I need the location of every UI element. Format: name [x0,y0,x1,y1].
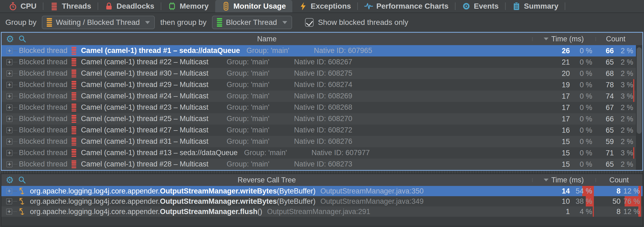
tab-memory[interactable]: Memory [161,0,215,12]
method-args: (ByteBuffer) [277,197,316,206]
chevron-down-icon [145,21,150,24]
cell-percent: 0 % [570,159,595,170]
tab-threads[interactable]: Threads [43,0,98,12]
expand-icon[interactable]: + [6,188,12,194]
cell-percent: 2 % [614,68,636,79]
percent-bar [633,91,634,102]
count-cell: 682 % [595,68,636,79]
view-settings-gear-icon[interactable]: ⚙ [6,34,14,44]
blocked-thread-label: Blocked thread [19,115,67,123]
thread-native-id: Native ID: 608269 [294,92,352,100]
expand-icon[interactable]: + [6,150,12,156]
show-blocked-threads-only-checkbox[interactable]: Show blocked threads only [305,18,408,27]
expand-icon[interactable]: + [6,48,12,54]
search-icon[interactable] [18,35,26,43]
table-row[interactable]: +Blocked threadCamel (camel-1) thread #2… [2,79,642,91]
expand-icon[interactable]: + [6,116,12,122]
tab-summary[interactable]: Summary [506,0,565,12]
tab-label: Deadlocks [117,2,154,11]
expand-icon[interactable]: + [6,209,12,215]
table-row[interactable]: + org.apache.logging.log4j.core.appender… [1,196,643,206]
threads-icon [50,2,59,11]
tab-events[interactable]: Events [455,0,505,12]
thread-name-cell: +Blocked threadCamel (camel-1) thread #2… [2,57,532,67]
column-header-count[interactable]: Count [595,35,636,43]
column-header-name[interactable]: Name [2,35,532,43]
column-header-count[interactable]: Count [595,176,643,184]
tab-deadlocks[interactable]: Deadlocks [98,0,161,12]
table-row[interactable]: +Blocked threadCamel (camel-1) thread #1… [2,147,642,159]
table-row[interactable]: + org.apache.logging.log4j.core.appender… [1,206,643,217]
expand-icon[interactable]: + [6,93,12,99]
expand-icon[interactable]: + [6,59,12,65]
tree-connector [13,73,17,74]
cell-value: 66 [595,47,614,55]
table-row[interactable]: +Blocked threadCamel (camel-1) thread #2… [2,113,642,125]
cell-percent: 2 % [614,102,636,113]
method-name-cell: + org.apache.logging.log4j.core.appender… [1,208,532,216]
table-row[interactable]: +Blocked threadCamel (camel-1) thread #2… [2,125,642,136]
thread-name: Camel (camel-1) thread #13 – seda://data… [81,149,244,157]
panel-splitter[interactable] [1,171,643,173]
tab-label: Memory [180,2,208,11]
tree-connector [13,119,17,119]
search-icon[interactable] [18,176,26,184]
cell-percent: 2 % [614,125,636,136]
checkbox-box[interactable] [305,18,314,27]
table-row[interactable]: +Blocked threadCamel (camel-1) thread #2… [2,159,642,170]
table-row[interactable]: +Blocked threadCamel (camel-1) thread #2… [2,102,642,113]
tab-performance-charts[interactable]: Performance Charts [358,0,455,12]
cell-percent: 2 % [614,56,636,68]
thread-name: Camel (camel-1) thread #23 – Multicast [81,103,227,112]
percent-bar [633,147,634,159]
then-group-by-select[interactable]: Blocker Thread [212,16,292,29]
table-row[interactable]: +Blocked threadCamel (camel-1) thread #3… [2,68,642,79]
expand-icon[interactable]: + [6,127,12,133]
vertical-scrollbar[interactable] [636,45,642,170]
thread-name: Camel (camel-1) thread #28 – Multicast [81,160,227,168]
group-by-select[interactable]: Waiting / Blocked Thread [42,16,155,29]
cell-value: 17 [532,92,570,101]
blocked-threads-panel: ⚙ Name Time (ms) Count +Blocked threadCa… [1,32,643,171]
tab-monitor-usage[interactable]: Monitor Usage [215,0,292,12]
tab-exceptions[interactable]: Exceptions [292,0,357,12]
tree-connector [13,191,17,191]
table-row[interactable]: + org.apache.logging.log4j.core.appender… [1,186,643,196]
cell-value: 68 [595,69,614,78]
table-row[interactable]: +Blocked threadCamel (camel-1) thread #3… [2,136,642,147]
thread-group: Group: 'main' [227,92,294,100]
tab-cpu[interactable]: CPU [2,0,43,12]
tab-label: Exceptions [311,2,351,11]
expand-icon[interactable]: + [6,198,12,204]
thread-group: Group: 'main' [227,126,294,134]
expand-icon[interactable]: + [6,139,12,145]
view-settings-gear-icon[interactable]: ⚙ [6,175,14,185]
count-cell: 592 % [595,136,636,147]
expand-icon[interactable]: + [6,71,12,76]
expand-icon[interactable]: + [6,161,12,167]
threads-table-body: +Blocked threadCamel (camel-1) thread #1… [2,45,642,170]
thread-native-id: Native ID: 608275 [294,69,352,78]
table-row[interactable]: +Blocked threadCamel (camel-1) thread #2… [2,91,642,102]
blocked-thread-label: Blocked thread [19,69,67,78]
scrollbar-thumb[interactable] [637,47,642,134]
column-header-reverse-call-tree[interactable]: Reverse Call Tree [1,176,532,184]
column-header-time[interactable]: Time (ms) [532,176,595,184]
cell-value: 15 [532,160,570,169]
thread-group: Group: 'main' [227,58,294,66]
thread-group: Group: 'main' [244,149,311,157]
table-row[interactable]: +Blocked threadCamel (camel-1) thread #2… [2,56,642,68]
expand-icon[interactable]: + [6,82,12,88]
table-row[interactable]: +Blocked threadCamel (camel-1) thread #1… [2,45,642,56]
time-cell: 210 % [532,56,595,68]
cell-value: 59 [595,138,614,146]
thread-icon [71,46,76,55]
cell-percent: 0 % [570,136,595,147]
cell-percent: 54 % [570,186,595,196]
method-name: OutputStreamManager.writeBytes [160,197,277,206]
thread-name: Camel (camel-1) thread #25 – Multicast [81,115,227,123]
column-header-time[interactable]: Time (ms) [532,35,595,43]
cell-value: 50 [595,197,621,206]
expand-icon[interactable]: + [6,105,12,111]
cell-percent: 3 % [614,91,636,102]
